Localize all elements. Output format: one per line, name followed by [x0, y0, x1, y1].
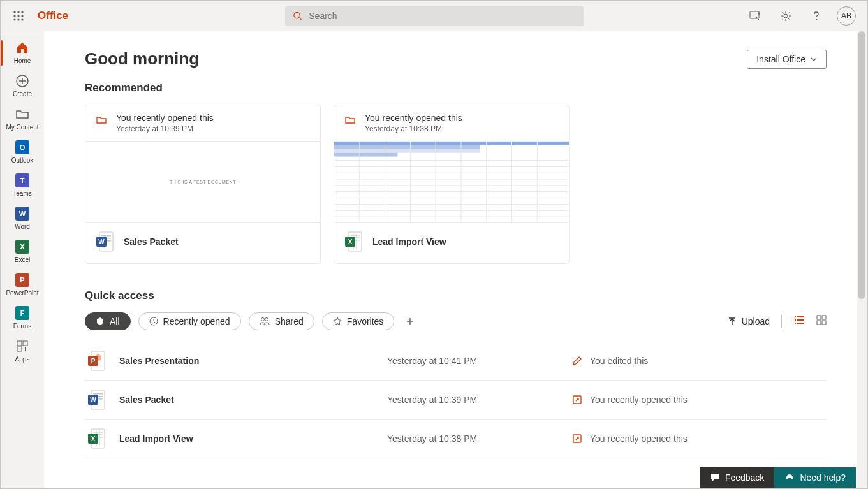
main-content: Good morning Install Office Recommended …	[44, 31, 867, 488]
rail-teams[interactable]: T Teams	[1, 169, 44, 202]
recommended-card[interactable]: You recently opened this Yesterday at 10…	[334, 105, 570, 264]
svg-rect-61	[822, 321, 826, 325]
card-reason: You recently opened this	[365, 113, 462, 123]
folder-icon	[15, 106, 30, 122]
excel-file-icon: X	[344, 231, 362, 252]
scrollbar[interactable]	[857, 31, 867, 488]
waffle-icon	[13, 11, 24, 21]
svg-rect-19	[101, 235, 111, 237]
cube-icon	[96, 317, 105, 326]
list-view-button[interactable]	[793, 316, 805, 327]
svg-point-12	[784, 14, 788, 18]
rail-word[interactable]: W Word	[1, 202, 44, 235]
svg-point-57	[265, 318, 268, 321]
svg-point-3	[13, 15, 15, 17]
svg-text:X: X	[348, 238, 353, 245]
card-time: Yesterday at 10:38 PM	[365, 124, 462, 133]
open-icon	[572, 395, 582, 405]
file-name: Lead Import View	[119, 434, 193, 444]
rail-apps[interactable]: Apps	[1, 335, 44, 368]
outlook-icon: O	[15, 140, 30, 155]
card-preview: THIS IS A TEST DOCUMENT	[85, 141, 320, 223]
file-activity: You recently opened this	[590, 395, 688, 405]
upload-button[interactable]: Upload	[728, 316, 770, 326]
card-reason: You recently opened this	[116, 113, 214, 123]
svg-rect-16	[23, 341, 27, 346]
svg-point-56	[261, 318, 264, 321]
file-row[interactable]: X Lead Import View Yesterday at 10:38 PM…	[85, 420, 827, 458]
need-help-button[interactable]: Need help?	[774, 467, 856, 488]
rail-create[interactable]: Create	[1, 69, 44, 103]
recommended-heading: Recommended	[85, 82, 827, 94]
file-time: Yesterday at 10:39 PM	[387, 395, 572, 405]
avatar[interactable]: AB	[837, 6, 856, 26]
whats-new-button[interactable]	[745, 6, 765, 26]
rail-home[interactable]: Home	[1, 36, 44, 69]
filter-recent[interactable]: Recently opened	[138, 312, 241, 330]
left-rail: Home Create My Content O Outlook T Teams…	[1, 31, 44, 488]
recent-folder-icon	[344, 114, 356, 126]
filter-all[interactable]: All	[85, 312, 131, 330]
feedback-button[interactable]: Feedback	[700, 467, 774, 488]
excel-preview-icon	[334, 142, 569, 222]
svg-rect-27	[334, 149, 480, 153]
svg-point-6	[13, 18, 15, 20]
file-time: Yesterday at 10:41 PM	[387, 356, 572, 366]
settings-button[interactable]	[776, 6, 796, 26]
svg-point-9	[294, 12, 300, 18]
search-input[interactable]	[309, 11, 576, 21]
recommended-card[interactable]: You recently opened this Yesterday at 10…	[85, 105, 321, 264]
filter-shared[interactable]: Shared	[249, 312, 314, 330]
word-file-icon: W	[96, 231, 114, 252]
powerpoint-icon: P	[15, 272, 30, 288]
svg-point-8	[21, 18, 23, 20]
create-icon	[15, 73, 30, 89]
svg-rect-25	[334, 142, 569, 145]
svg-line-10	[300, 17, 302, 20]
filter-favorites[interactable]: Favorites	[322, 312, 395, 330]
brand-label[interactable]: Office	[35, 10, 68, 22]
grid-view-button[interactable]	[816, 315, 827, 328]
clock-icon	[149, 317, 158, 326]
rail-powerpoint[interactable]: P PowerPoint	[1, 268, 44, 302]
svg-text:X: X	[91, 435, 96, 442]
grid-icon	[816, 315, 827, 325]
quickaccess-heading: Quick access	[85, 289, 827, 302]
svg-rect-26	[334, 145, 480, 149]
svg-point-7	[17, 18, 19, 20]
excel-file-icon: X	[87, 428, 105, 449]
file-row[interactable]: W Sales Packet Yesterday at 10:39 PM You…	[85, 381, 827, 420]
chat-icon	[710, 472, 720, 483]
svg-rect-17	[17, 347, 22, 351]
help-button[interactable]	[806, 6, 827, 26]
rail-outlook[interactable]: O Outlook	[1, 136, 44, 169]
install-office-button[interactable]: Install Office	[747, 50, 827, 69]
rail-forms[interactable]: F Forms	[1, 302, 44, 335]
svg-rect-58	[817, 316, 821, 319]
file-name: Sales Packet	[119, 395, 174, 405]
search-box[interactable]	[285, 6, 584, 26]
rail-mycontent[interactable]: My Content	[1, 103, 44, 136]
scrollbar-thumb[interactable]	[858, 31, 865, 299]
svg-text:W: W	[90, 397, 96, 404]
divider	[781, 315, 782, 328]
card-filename: Lead Import View	[372, 237, 446, 247]
pencil-icon	[572, 356, 582, 366]
header: Office AB	[1, 1, 867, 31]
file-activity: You edited this	[590, 356, 648, 366]
word-file-icon: W	[87, 390, 105, 410]
rail-excel[interactable]: X Excel	[1, 235, 44, 268]
add-filter-button[interactable]	[402, 313, 418, 330]
app-launcher-button[interactable]	[8, 6, 29, 26]
upload-icon	[728, 317, 737, 326]
recent-folder-icon	[96, 114, 107, 126]
card-preview	[334, 141, 569, 223]
star-icon	[333, 317, 342, 326]
svg-rect-11	[750, 11, 759, 18]
file-row[interactable]: P Sales Presentation Yesterday at 10:41 …	[85, 342, 827, 381]
open-icon	[572, 434, 582, 444]
svg-text:W: W	[98, 238, 105, 245]
powerpoint-file-icon: P	[87, 351, 105, 371]
svg-point-2	[21, 11, 23, 13]
svg-rect-28	[334, 153, 397, 157]
